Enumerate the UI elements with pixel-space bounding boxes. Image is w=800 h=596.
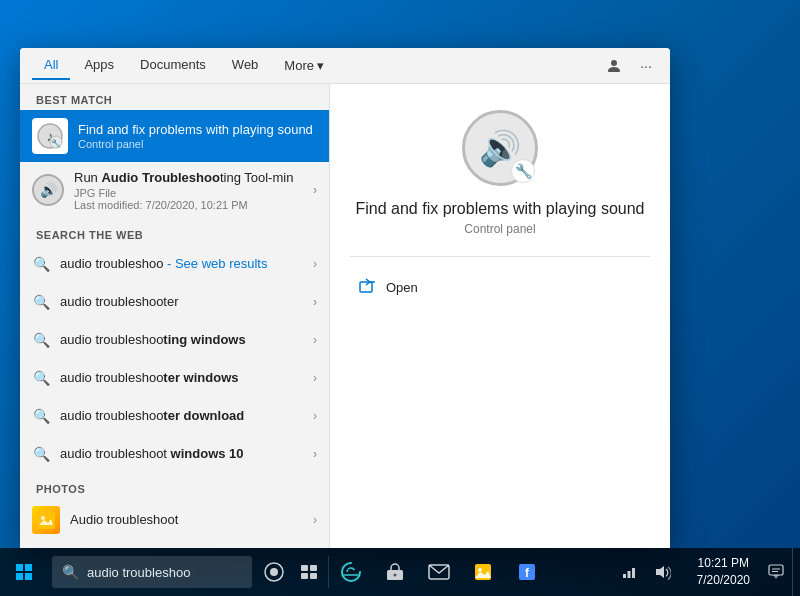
store-button[interactable] bbox=[373, 548, 417, 596]
open-button[interactable]: Open bbox=[350, 273, 650, 301]
photos-section-label: Photos bbox=[20, 473, 329, 499]
search-icon-6: 🔍 bbox=[32, 445, 50, 463]
web-item-3[interactable]: 🔍 audio troubleshooting windows › bbox=[20, 321, 329, 359]
show-desktop-button[interactable] bbox=[792, 548, 800, 596]
clock-date: 7/20/2020 bbox=[697, 572, 750, 589]
web-item-text-3: audio troubleshooting windows bbox=[60, 332, 303, 347]
volume-icon[interactable] bbox=[647, 556, 679, 588]
search-icon-5: 🔍 bbox=[32, 407, 50, 425]
best-match-label: Best match bbox=[20, 84, 329, 110]
wrench-badge: 🔧 bbox=[511, 159, 535, 183]
svg-rect-23 bbox=[623, 574, 626, 578]
svg-rect-12 bbox=[310, 565, 317, 571]
web-item-1[interactable]: 🔍 audio troubleshoo - See web results › bbox=[20, 245, 329, 283]
svg-point-10 bbox=[270, 568, 278, 576]
svg-rect-14 bbox=[310, 573, 317, 579]
best-match-item[interactable]: ♪ 🔧 Find and fix problems with playing s… bbox=[20, 110, 329, 162]
network-icon[interactable] bbox=[613, 556, 645, 588]
photos-item-text: Audio troubleshoot bbox=[70, 512, 303, 527]
web-item-text-1: audio troubleshoo - See web results bbox=[60, 256, 303, 271]
list-item-arrow: › bbox=[313, 183, 317, 197]
web-item-4[interactable]: 🔍 audio troubleshooter windows › bbox=[20, 359, 329, 397]
search-window: All Apps Documents Web More ▾ ··· Bes bbox=[20, 48, 670, 548]
tab-all[interactable]: All bbox=[32, 51, 70, 80]
svg-rect-11 bbox=[301, 565, 308, 571]
windows-logo bbox=[16, 564, 32, 580]
svg-marker-26 bbox=[656, 566, 664, 578]
open-icon bbox=[358, 277, 378, 297]
web-item-5[interactable]: 🔍 audio troubleshooter download › bbox=[20, 397, 329, 435]
search-icon-2: 🔍 bbox=[32, 293, 50, 311]
svg-rect-25 bbox=[632, 568, 635, 578]
svg-text:🔧: 🔧 bbox=[51, 138, 61, 148]
photos-button[interactable] bbox=[461, 548, 505, 596]
unknown-app-button[interactable]: f bbox=[505, 548, 549, 596]
tab-apps[interactable]: Apps bbox=[72, 51, 126, 80]
best-match-subtitle: Control panel bbox=[78, 138, 313, 150]
open-label: Open bbox=[386, 280, 418, 295]
svg-point-19 bbox=[478, 568, 482, 572]
web-item-6[interactable]: 🔍 audio troubleshoot windows 10 › bbox=[20, 435, 329, 473]
search-icon-3: 🔍 bbox=[32, 331, 50, 349]
list-item-run-audio[interactable]: 🔊 Run Audio Troubleshooting Tool-min JPG… bbox=[20, 162, 329, 219]
web-item-2[interactable]: 🔍 audio troubleshooter › bbox=[20, 283, 329, 321]
text-cursor bbox=[199, 565, 200, 579]
best-match-title: Find and fix problems with playing sound bbox=[78, 122, 313, 139]
svg-rect-7 bbox=[360, 282, 372, 292]
svg-rect-4 bbox=[37, 511, 55, 529]
taskbar-search-text: audio troubleshoo bbox=[87, 565, 190, 580]
clock-time: 10:21 PM bbox=[698, 555, 749, 572]
action-center-button[interactable] bbox=[760, 556, 792, 588]
svg-rect-27 bbox=[769, 565, 783, 575]
detail-title: Find and fix problems with playing sound bbox=[355, 200, 644, 218]
svg-point-16 bbox=[394, 574, 397, 577]
list-item-title: Run Audio Troubleshooting Tool-min bbox=[74, 170, 303, 187]
more-options-icon[interactable]: ··· bbox=[634, 54, 658, 78]
taskbar-search-icon: 🔍 bbox=[62, 564, 79, 580]
svg-rect-24 bbox=[627, 571, 630, 578]
taskbar: 🔍 audio troubleshoo bbox=[0, 548, 800, 596]
svg-rect-13 bbox=[301, 573, 308, 579]
tab-more[interactable]: More ▾ bbox=[272, 52, 336, 79]
web-item-text-4: audio troubleshooter windows bbox=[60, 370, 303, 385]
search-icon-1: 🔍 bbox=[32, 255, 50, 273]
right-panel: 🔊 🔧 Find and fix problems with playing s… bbox=[330, 84, 670, 548]
web-section-label: Search the web bbox=[20, 219, 329, 245]
tab-documents[interactable]: Documents bbox=[128, 51, 218, 80]
left-panel: Best match ♪ 🔧 Find and fix problems wit… bbox=[20, 84, 330, 548]
divider bbox=[350, 256, 650, 257]
detail-subtitle: Control panel bbox=[464, 222, 535, 236]
mail-button[interactable] bbox=[417, 548, 461, 596]
photos-icon bbox=[32, 506, 60, 534]
web-item-text-5: audio troubleshooter download bbox=[60, 408, 303, 423]
profile-icon[interactable] bbox=[602, 54, 626, 78]
edge-button[interactable] bbox=[329, 548, 373, 596]
photos-item-arrow: › bbox=[313, 513, 317, 527]
tab-web[interactable]: Web bbox=[220, 51, 271, 80]
svg-point-5 bbox=[41, 516, 45, 520]
task-view-button[interactable] bbox=[292, 548, 328, 596]
desktop: All Apps Documents Web More ▾ ··· Bes bbox=[0, 0, 800, 596]
system-tray bbox=[605, 556, 687, 588]
cortana-button[interactable] bbox=[256, 548, 292, 596]
list-item-modified: Last modified: 7/20/2020, 10:21 PM bbox=[74, 199, 303, 211]
list-item-filetype: JPG File bbox=[74, 187, 303, 199]
main-content: Best match ♪ 🔧 Find and fix problems wit… bbox=[20, 84, 670, 548]
start-button[interactable] bbox=[0, 548, 48, 596]
search-icon-4: 🔍 bbox=[32, 369, 50, 387]
web-item-text-6: audio troubleshoot windows 10 bbox=[60, 446, 303, 461]
audio-tool-icon: 🔊 bbox=[32, 174, 64, 206]
detail-icon: 🔊 🔧 bbox=[460, 108, 540, 188]
clock[interactable]: 10:21 PM 7/20/2020 bbox=[687, 555, 760, 589]
tabs-row: All Apps Documents Web More ▾ ··· bbox=[20, 48, 670, 84]
best-match-icon: ♪ 🔧 bbox=[32, 118, 68, 154]
photos-item-1[interactable]: Audio troubleshoot › bbox=[20, 499, 329, 541]
web-item-text-2: audio troubleshooter bbox=[60, 294, 303, 309]
taskbar-search[interactable]: 🔍 audio troubleshoo bbox=[52, 556, 252, 588]
